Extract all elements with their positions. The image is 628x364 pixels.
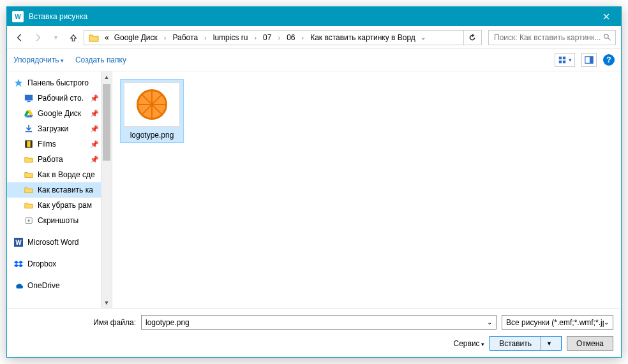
up-button[interactable] bbox=[66, 30, 81, 45]
word-icon: W bbox=[12, 11, 24, 22]
footer: Имя файла: logotype.png ⌄ Все рисунки (*… bbox=[7, 308, 621, 357]
sidebar-item-folder[interactable]: Как в Ворде сде bbox=[7, 167, 112, 182]
file-filter-combo[interactable]: Все рисунки (*.emf;*.wmf;*.jpg ⌄ bbox=[502, 315, 613, 330]
search-input[interactable] bbox=[493, 33, 603, 43]
cancel-button[interactable]: Отмена bbox=[567, 336, 613, 351]
desktop-icon bbox=[24, 93, 34, 103]
folder-icon bbox=[24, 185, 34, 195]
file-list[interactable]: logotype.png bbox=[112, 71, 621, 308]
new-folder-button[interactable]: Создать папку bbox=[75, 55, 126, 64]
tree-label: Films bbox=[38, 140, 56, 149]
tree-label: Как убрать рам bbox=[38, 201, 92, 210]
scroll-thumb[interactable] bbox=[103, 84, 110, 161]
breadcrumb-prefix[interactable]: « bbox=[102, 32, 112, 43]
tools-button[interactable]: Сервис bbox=[454, 339, 485, 348]
tree-label: Как в Ворде сде bbox=[38, 170, 95, 179]
filter-text: Все рисунки (*.emf;*.wmf;*.jpg bbox=[506, 318, 604, 327]
preview-pane-button[interactable] bbox=[581, 53, 597, 67]
folder-icon bbox=[24, 200, 34, 210]
sidebar-item-dropbox[interactable]: Dropbox bbox=[7, 256, 112, 272]
breadcrumb-item[interactable]: Google Диск bbox=[112, 32, 160, 43]
tree-label: Работа bbox=[38, 155, 63, 164]
chevron-down-icon: ⌄ bbox=[604, 319, 609, 326]
insert-picture-dialog: W Вставка рисунка ▾ « Google Диск › Рабо… bbox=[6, 6, 622, 358]
tree-label: Google Диск bbox=[38, 109, 81, 118]
sidebar-item-folder[interactable]: Как убрать рам bbox=[7, 198, 112, 213]
svg-rect-7 bbox=[25, 95, 33, 101]
pin-icon: 📌 bbox=[90, 140, 99, 149]
sidebar-scrollbar[interactable]: ▲ ▼ bbox=[101, 71, 112, 308]
word-icon: W bbox=[13, 237, 24, 247]
sidebar-item-desktop[interactable]: Рабочий сто. 📌 bbox=[7, 91, 112, 106]
breadcrumb-item[interactable]: 07 bbox=[260, 32, 274, 43]
svg-rect-1 bbox=[559, 57, 562, 59]
scroll-up-icon[interactable]: ▲ bbox=[101, 71, 112, 82]
insert-button[interactable]: Вставить ▼ bbox=[490, 336, 562, 351]
breadcrumb-item[interactable]: Работа bbox=[170, 32, 200, 43]
help-button[interactable]: ? bbox=[603, 54, 615, 66]
dialog-title: Вставка рисунка bbox=[29, 12, 87, 21]
film-icon bbox=[24, 139, 34, 149]
insert-dropdown[interactable]: ▼ bbox=[541, 340, 552, 347]
chevron-right-icon: › bbox=[250, 34, 260, 41]
breadcrumb-dropdown[interactable]: ⌄ bbox=[418, 34, 428, 41]
body-area: Панель быстрого Рабочий сто. 📌 Google Ди… bbox=[7, 71, 621, 308]
titlebar: W Вставка рисунка bbox=[7, 7, 621, 26]
breadcrumb-item[interactable]: 06 bbox=[284, 32, 297, 43]
tree-label: Скриншоты bbox=[38, 216, 78, 225]
svg-point-0 bbox=[604, 34, 609, 39]
forward-button[interactable] bbox=[30, 30, 45, 45]
svg-point-13 bbox=[27, 219, 30, 222]
sidebar-item-gdrive[interactable]: Google Диск 📌 bbox=[7, 106, 112, 121]
organize-button[interactable]: Упорядочить bbox=[13, 55, 64, 64]
svg-rect-8 bbox=[27, 101, 30, 102]
recent-dropdown[interactable]: ▾ bbox=[48, 30, 63, 45]
search-box[interactable] bbox=[488, 30, 616, 45]
screenshot-icon bbox=[24, 215, 34, 226]
chevron-right-icon: › bbox=[274, 34, 284, 41]
gdrive-icon bbox=[24, 108, 34, 119]
toolbar: Упорядочить Создать папку ▾ ? bbox=[7, 49, 621, 71]
close-button[interactable] bbox=[592, 7, 621, 26]
sidebar-item-folder[interactable]: Работа 📌 bbox=[7, 152, 112, 167]
view-mode-button[interactable]: ▾ bbox=[555, 53, 575, 67]
navigation-bar: ▾ « Google Диск › Работа › lumpics ru › … bbox=[7, 26, 621, 49]
pin-icon: 📌 bbox=[90, 110, 99, 118]
file-item[interactable]: logotype.png bbox=[120, 79, 184, 143]
sidebar-item-downloads[interactable]: Загрузки 📌 bbox=[7, 121, 112, 136]
quick-access-node[interactable]: Панель быстрого bbox=[7, 75, 112, 91]
tree-label: Microsoft Word bbox=[27, 238, 78, 247]
svg-rect-3 bbox=[559, 61, 562, 63]
svg-rect-10 bbox=[26, 141, 27, 148]
svg-rect-11 bbox=[31, 141, 33, 148]
dropbox-icon bbox=[13, 259, 24, 269]
orange-icon bbox=[137, 89, 167, 120]
svg-rect-6 bbox=[590, 57, 593, 64]
chevron-right-icon: › bbox=[160, 34, 170, 41]
back-button[interactable] bbox=[12, 30, 27, 45]
folder-icon bbox=[88, 32, 100, 43]
scroll-down-icon[interactable]: ▼ bbox=[101, 297, 112, 308]
filename-input[interactable]: logotype.png ⌄ bbox=[141, 315, 497, 330]
close-icon bbox=[603, 13, 609, 20]
breadcrumb-item[interactable]: lumpics ru bbox=[211, 32, 251, 43]
sidebar-item-folder[interactable]: Как вставить ка bbox=[7, 182, 112, 198]
refresh-button[interactable] bbox=[463, 31, 480, 45]
onedrive-icon bbox=[13, 280, 24, 291]
tree-label: Панель быстрого bbox=[27, 78, 89, 87]
folder-icon bbox=[24, 170, 34, 180]
cancel-label: Отмена bbox=[576, 339, 604, 348]
breadcrumb-item[interactable]: Как вставить картинку в Ворд bbox=[308, 32, 418, 43]
chevron-right-icon: › bbox=[200, 34, 211, 41]
sidebar-item-screenshots[interactable]: Скриншоты bbox=[7, 213, 112, 228]
breadcrumb-bar[interactable]: « Google Диск › Работа › lumpics ru › 07… bbox=[84, 30, 482, 45]
sidebar-item-onedrive[interactable]: OneDrive bbox=[7, 278, 112, 293]
sidebar-item-films[interactable]: Films 📌 bbox=[7, 136, 112, 152]
chevron-right-icon: › bbox=[298, 34, 308, 41]
tree-label: Загрузки bbox=[38, 124, 68, 133]
sidebar-item-word[interactable]: W Microsoft Word bbox=[7, 235, 112, 250]
chevron-down-icon[interactable]: ⌄ bbox=[487, 319, 492, 326]
tree-label: Как вставить ка bbox=[38, 186, 93, 194]
tree-label: Рабочий сто. bbox=[38, 94, 84, 103]
filename-label: Имя файла: bbox=[15, 318, 136, 327]
